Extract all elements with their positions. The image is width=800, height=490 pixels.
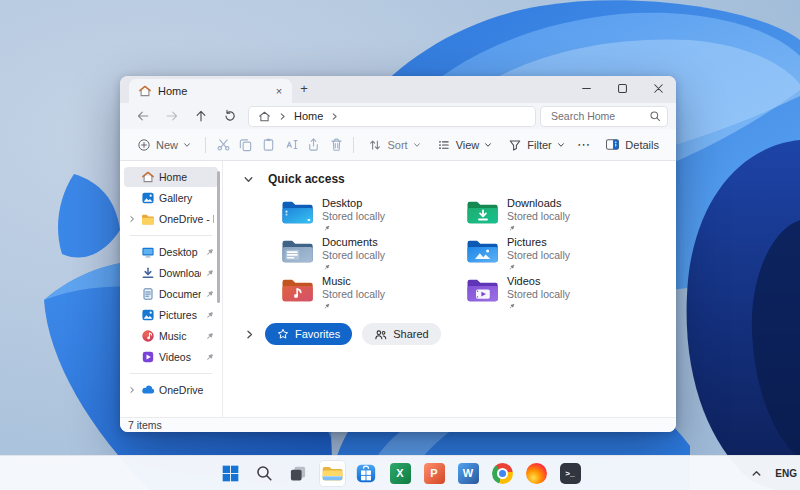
view-button[interactable]: View bbox=[430, 133, 500, 157]
sidebar-scrollbar[interactable] bbox=[217, 171, 220, 303]
sidebar-item-desktop[interactable]: Desktop bbox=[124, 242, 218, 262]
tab-close-icon[interactable]: × bbox=[272, 85, 286, 97]
tile-documents[interactable]: Documents Stored locally bbox=[281, 236, 466, 271]
desktop-folder-icon bbox=[281, 198, 315, 227]
favorites-pill[interactable]: Favorites bbox=[265, 323, 352, 345]
tile-downloads[interactable]: Downloads Stored locally bbox=[466, 197, 651, 232]
onedrive-folder-icon bbox=[141, 212, 155, 226]
quick-access-header[interactable]: Quick access bbox=[241, 172, 676, 186]
file-explorer-window: Home × + Home bbox=[120, 76, 676, 432]
tile-text: Pictures Stored locally bbox=[507, 236, 570, 271]
language-indicator[interactable]: ENG bbox=[775, 468, 797, 479]
sidebar-item-onedrive-personal[interactable]: OneDrive - Perso bbox=[124, 209, 218, 229]
back-button[interactable] bbox=[128, 105, 157, 127]
new-button[interactable]: New bbox=[130, 133, 198, 157]
paste-button[interactable] bbox=[258, 133, 279, 157]
chevron-right-icon[interactable] bbox=[244, 329, 255, 340]
breadcrumb[interactable]: Home bbox=[294, 110, 323, 122]
microsoft-store-icon[interactable] bbox=[353, 460, 380, 487]
copy-button[interactable] bbox=[236, 133, 257, 157]
items-count: 7 items bbox=[128, 419, 162, 431]
file-explorer-taskbar-icon[interactable] bbox=[319, 460, 346, 487]
details-label: Details bbox=[625, 139, 659, 151]
sidebar-item-home[interactable]: Home bbox=[124, 167, 218, 187]
details-button[interactable]: Details bbox=[598, 133, 666, 157]
pin-icon bbox=[322, 225, 331, 232]
tile-name: Videos bbox=[507, 275, 570, 288]
word-glyph: W bbox=[458, 463, 479, 484]
chevron-down-icon bbox=[413, 141, 421, 149]
sidebar-divider bbox=[130, 235, 212, 236]
close-button[interactable] bbox=[640, 76, 676, 101]
tile-name: Desktop bbox=[322, 197, 385, 210]
search-box[interactable] bbox=[540, 106, 668, 127]
sidebar-item-videos[interactable]: Videos bbox=[124, 347, 218, 367]
task-view-button[interactable] bbox=[285, 460, 312, 487]
tile-text: Music Stored locally bbox=[322, 275, 385, 310]
share-button[interactable] bbox=[303, 133, 324, 157]
up-button[interactable] bbox=[186, 105, 215, 127]
tile-text: Videos Stored locally bbox=[507, 275, 570, 310]
tile-music[interactable]: Music Stored locally bbox=[281, 275, 466, 310]
address-bar[interactable]: Home bbox=[248, 106, 536, 127]
sidebar-item-music[interactable]: Music bbox=[124, 326, 218, 346]
shared-pill[interactable]: Shared bbox=[362, 323, 440, 345]
word-icon[interactable]: W bbox=[455, 460, 482, 487]
plus-circle-icon bbox=[137, 138, 151, 152]
refresh-button[interactable] bbox=[215, 105, 244, 127]
pictures-folder-icon bbox=[466, 237, 500, 266]
tab-home[interactable]: Home × bbox=[129, 79, 292, 103]
sidebar-item-label: OneDrive bbox=[159, 384, 214, 396]
more-options-button[interactable]: ⋯ bbox=[574, 133, 595, 157]
chevron-right-icon[interactable] bbox=[127, 215, 137, 223]
cut-button[interactable] bbox=[213, 133, 234, 157]
people-icon bbox=[374, 328, 387, 341]
rename-button[interactable] bbox=[281, 133, 302, 157]
tile-subtitle: Stored locally bbox=[507, 249, 570, 262]
new-tab-button[interactable]: + bbox=[292, 81, 316, 99]
firefox-ball bbox=[526, 463, 547, 484]
tile-subtitle: Stored locally bbox=[507, 210, 570, 223]
pin-icon bbox=[322, 264, 331, 271]
taskbar-search-button[interactable] bbox=[251, 460, 278, 487]
sidebar-item-documents[interactable]: Documents bbox=[124, 284, 218, 304]
pin-icon bbox=[205, 332, 214, 341]
chevron-right-icon[interactable] bbox=[127, 386, 137, 394]
firefox-icon[interactable] bbox=[523, 460, 550, 487]
videos-folder-icon bbox=[466, 276, 500, 305]
chrome-icon[interactable] bbox=[489, 460, 516, 487]
tile-text: Downloads Stored locally bbox=[507, 197, 570, 232]
excel-icon[interactable]: X bbox=[387, 460, 414, 487]
sort-button[interactable]: Sort bbox=[361, 133, 427, 157]
filter-button[interactable]: Filter bbox=[501, 133, 571, 157]
hidden-icons-chevron[interactable] bbox=[751, 468, 762, 479]
view-list-icon bbox=[437, 138, 451, 152]
chevron-down-icon bbox=[183, 141, 191, 149]
search-input[interactable] bbox=[549, 109, 645, 123]
tile-name: Music bbox=[322, 275, 385, 288]
pin-icon bbox=[322, 303, 331, 310]
tab-bar: Home × + bbox=[120, 76, 676, 103]
maximize-button[interactable] bbox=[604, 76, 640, 101]
tile-desktop[interactable]: Desktop Stored locally bbox=[281, 197, 466, 232]
sidebar-item-gallery[interactable]: Gallery bbox=[124, 188, 218, 208]
terminal-icon[interactable]: >_ bbox=[557, 460, 584, 487]
sidebar-item-onedrive[interactable]: OneDrive bbox=[124, 380, 218, 400]
forward-button[interactable] bbox=[157, 105, 186, 127]
desktop-icon bbox=[141, 245, 155, 259]
powerpoint-icon[interactable]: P bbox=[421, 460, 448, 487]
tile-text: Desktop Stored locally bbox=[322, 197, 385, 232]
tile-pictures[interactable]: Pictures Stored locally bbox=[466, 236, 651, 271]
sidebar-item-pictures[interactable]: Pictures bbox=[124, 305, 218, 325]
chrome-ball bbox=[492, 463, 513, 484]
delete-button[interactable] bbox=[326, 133, 347, 157]
pictures-icon bbox=[141, 308, 155, 322]
chevron-down-icon bbox=[557, 141, 565, 149]
content-pane: Quick access Desktop Stored locally bbox=[223, 161, 676, 417]
tile-videos[interactable]: Videos Stored locally bbox=[466, 275, 651, 310]
minimize-button[interactable] bbox=[568, 76, 604, 101]
chevron-down-icon[interactable] bbox=[243, 174, 254, 185]
sidebar-item-downloads[interactable]: Downloads bbox=[124, 263, 218, 283]
start-button[interactable] bbox=[217, 460, 244, 487]
pill-label: Shared bbox=[393, 328, 428, 340]
